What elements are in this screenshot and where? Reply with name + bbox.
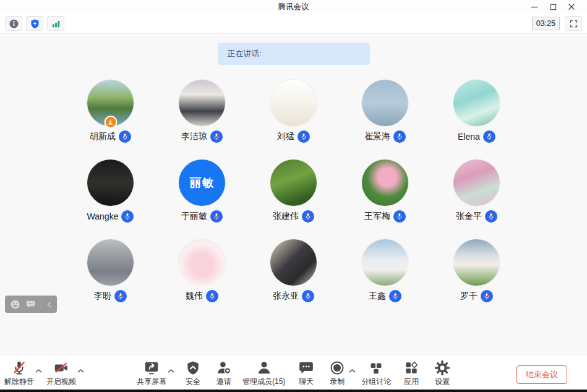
mic-muted-icon bbox=[121, 210, 134, 223]
quick-chat-button[interactable] bbox=[25, 299, 36, 310]
reaction-panel bbox=[5, 296, 57, 313]
avatar bbox=[270, 239, 317, 286]
window-controls bbox=[525, 0, 581, 14]
minimize-icon bbox=[531, 3, 538, 11]
settings-button[interactable]: 设置 bbox=[431, 359, 453, 387]
mic-muted-icon bbox=[302, 290, 314, 302]
settings-label: 设置 bbox=[435, 377, 450, 387]
breakout-blocks-icon bbox=[368, 359, 384, 376]
avatar bbox=[453, 239, 500, 286]
panel-divider bbox=[41, 299, 41, 309]
participant-grid: 胡新成 李洁琼 刘猛 bbox=[65, 80, 523, 302]
participant-tile[interactable]: 王鑫 bbox=[340, 239, 431, 302]
chevron-up-icon bbox=[168, 369, 174, 373]
mic-muted-icon bbox=[481, 290, 493, 302]
chevron-up-icon bbox=[77, 369, 84, 373]
network-quality-button[interactable] bbox=[47, 16, 64, 31]
participant-tile[interactable]: 张建伟 bbox=[248, 160, 340, 223]
share-options-chevron[interactable] bbox=[168, 365, 174, 376]
unmute-label: 解除静音 bbox=[4, 377, 34, 387]
breakout-rooms-label: 分组讨论 bbox=[361, 377, 391, 387]
chevron-up-icon bbox=[349, 369, 356, 373]
participant-name: Wangke bbox=[87, 211, 119, 221]
participant-tile[interactable]: 罗干 bbox=[431, 239, 523, 302]
mic-muted-icon bbox=[114, 290, 127, 302]
mic-muted-icon bbox=[485, 210, 497, 223]
participant-tile[interactable]: Wangke bbox=[65, 160, 156, 223]
close-button[interactable] bbox=[562, 0, 581, 14]
record-label: 录制 bbox=[330, 377, 345, 387]
mic-muted-icon bbox=[483, 130, 495, 143]
chat-icon bbox=[298, 359, 314, 376]
invite-button[interactable]: 邀请 bbox=[213, 359, 235, 387]
maximize-button[interactable] bbox=[544, 0, 562, 14]
start-video-label: 开启视频 bbox=[46, 377, 76, 387]
chat-button[interactable]: 聊天 bbox=[295, 359, 317, 387]
avatar-initials: 丽敏 bbox=[190, 175, 215, 191]
participant-tile[interactable]: 胡新成 bbox=[65, 80, 156, 143]
avatar bbox=[362, 160, 408, 206]
participant-name: Elena bbox=[458, 132, 480, 142]
avatar: 丽敏 bbox=[179, 160, 225, 206]
end-meeting-button[interactable]: 结束会议 bbox=[516, 365, 567, 384]
participant-tile[interactable]: 王军梅 bbox=[340, 160, 431, 223]
host-badge-icon bbox=[104, 116, 117, 129]
participant-tile[interactable]: Elena bbox=[431, 80, 523, 143]
meeting-security-button[interactable] bbox=[26, 16, 43, 31]
unmute-button[interactable]: 解除静音 bbox=[4, 359, 35, 387]
meeting-main-area: 正在讲话: 胡新成 李洁琼 bbox=[0, 35, 587, 356]
signal-bars-icon bbox=[51, 19, 61, 29]
share-screen-icon bbox=[144, 359, 160, 376]
participant-tile[interactable]: 张永亚 bbox=[248, 239, 340, 302]
mic-muted-icon bbox=[389, 290, 401, 302]
participant-tile[interactable]: 丽敏 于丽敏 bbox=[156, 160, 248, 223]
breakout-rooms-button[interactable]: 分组讨论 bbox=[361, 359, 392, 387]
apps-label: 应用 bbox=[404, 377, 419, 387]
meeting-info-button[interactable] bbox=[5, 16, 22, 31]
security-label: 安全 bbox=[186, 377, 200, 387]
mic-muted-icon bbox=[206, 290, 218, 302]
avatar bbox=[453, 160, 500, 206]
smiley-icon bbox=[10, 299, 20, 310]
participant-tile[interactable]: 李盼 bbox=[65, 239, 156, 302]
manage-members-button[interactable]: 管理成员(15) bbox=[242, 359, 285, 387]
avatar bbox=[362, 80, 408, 126]
mic-muted-icon bbox=[302, 210, 314, 223]
participant-name: 王军梅 bbox=[364, 211, 390, 222]
participant-name: 张建伟 bbox=[273, 211, 299, 222]
window-title: 腾讯会议 bbox=[278, 2, 309, 12]
participant-name: 胡新成 bbox=[90, 131, 116, 142]
participant-name: 李盼 bbox=[94, 291, 111, 302]
record-button[interactable]: 录制 bbox=[326, 359, 348, 387]
video-options-chevron[interactable] bbox=[77, 365, 84, 376]
collapse-panel-button[interactable] bbox=[46, 300, 52, 309]
apps-grid-icon bbox=[403, 359, 419, 376]
manage-members-label: 管理成员(15) bbox=[242, 377, 285, 387]
mic-muted-icon bbox=[393, 130, 406, 143]
record-options-chevron[interactable] bbox=[349, 365, 356, 376]
avatar bbox=[87, 239, 134, 286]
participant-name: 崔景海 bbox=[364, 131, 390, 142]
fullscreen-button[interactable] bbox=[565, 16, 582, 31]
participant-tile[interactable]: 张金平 bbox=[431, 160, 523, 223]
participant-tile[interactable]: 李洁琼 bbox=[156, 80, 248, 143]
participant-tile[interactable]: 刘猛 bbox=[248, 80, 340, 143]
meeting-timer: 03:25 bbox=[532, 17, 560, 30]
participant-tile[interactable]: 崔景海 bbox=[340, 80, 431, 143]
participant-name: 于丽敏 bbox=[181, 211, 207, 222]
fullscreen-icon bbox=[569, 19, 578, 28]
apps-button[interactable]: 应用 bbox=[400, 359, 422, 387]
security-button[interactable]: 安全 bbox=[182, 359, 204, 387]
start-video-button[interactable]: 开启视频 bbox=[46, 359, 77, 387]
audio-options-chevron[interactable] bbox=[35, 365, 42, 376]
avatar bbox=[270, 80, 317, 126]
mic-muted-icon bbox=[298, 130, 310, 143]
share-screen-button[interactable]: 共享屏幕 bbox=[136, 359, 167, 387]
participant-tile[interactable]: 魏伟 bbox=[156, 239, 248, 302]
minimize-button[interactable] bbox=[525, 0, 544, 14]
security-shield-icon bbox=[185, 359, 201, 376]
participant-name: 魏伟 bbox=[186, 291, 203, 302]
record-icon bbox=[329, 359, 345, 376]
emoji-reaction-button[interactable] bbox=[10, 299, 20, 310]
participant-name: 李洁琼 bbox=[181, 131, 207, 142]
